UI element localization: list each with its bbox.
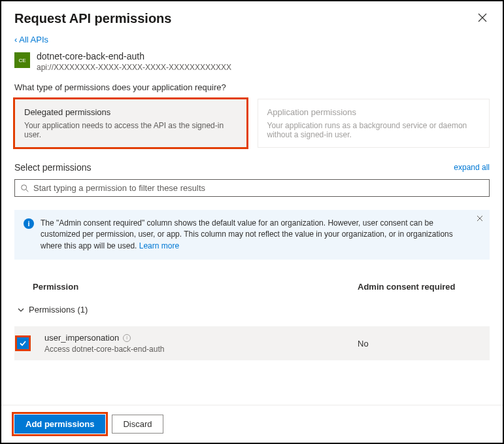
permission-name: user_impersonation bbox=[44, 333, 119, 343]
delegated-title: Delegated permissions bbox=[24, 107, 237, 117]
close-icon bbox=[477, 215, 483, 222]
info-banner: i The "Admin consent required" column sh… bbox=[14, 210, 490, 260]
search-input[interactable] bbox=[33, 183, 484, 193]
svg-point-0 bbox=[22, 184, 27, 190]
permission-type-question: What type of permissions does your appli… bbox=[14, 82, 490, 92]
info-text: The "Admin consent required" column show… bbox=[41, 218, 466, 252]
api-name: dotnet-core-back-end-auth bbox=[37, 51, 231, 61]
api-icon: CE bbox=[14, 52, 30, 68]
application-desc: Your application runs as a background se… bbox=[267, 121, 480, 139]
api-header: CE dotnet-core-back-end-auth api://XXXXX… bbox=[14, 51, 490, 72]
col-permission: Permission bbox=[33, 282, 358, 292]
col-admin-consent: Admin consent required bbox=[358, 282, 488, 292]
permission-checkbox[interactable] bbox=[17, 337, 29, 349]
close-button[interactable] bbox=[475, 10, 490, 27]
info-icon[interactable]: i bbox=[123, 334, 131, 342]
chevron-down-icon bbox=[17, 306, 25, 314]
select-permissions-label: Select permissions bbox=[14, 162, 92, 173]
delegated-permissions-card[interactable]: Delegated permissions Your application n… bbox=[14, 99, 247, 148]
info-icon: i bbox=[24, 218, 34, 229]
back-link-all-apis[interactable]: ‹ All APIs bbox=[14, 35, 48, 44]
table-row: user_impersonation i Access dotnet-core-… bbox=[14, 326, 490, 360]
footer: Add permissions Discard bbox=[1, 405, 503, 443]
api-uri: api://XXXXXXXX-XXXX-XXXX-XXXX-XXXXXXXXXX… bbox=[37, 63, 231, 72]
close-icon bbox=[478, 13, 487, 22]
learn-more-link[interactable]: Learn more bbox=[139, 241, 179, 250]
admin-consent-value: No bbox=[358, 339, 488, 349]
delegated-desc: Your application needs to access the API… bbox=[24, 121, 237, 139]
info-dismiss-button[interactable] bbox=[477, 215, 483, 223]
search-box[interactable] bbox=[14, 179, 490, 197]
svg-line-1 bbox=[26, 189, 29, 192]
permission-description: Access dotnet-core-back-end-auth bbox=[44, 345, 358, 354]
application-permissions-card[interactable]: Application permissions Your application… bbox=[258, 99, 490, 148]
discard-button[interactable]: Discard bbox=[112, 415, 163, 434]
permission-group-toggle[interactable]: Permissions (1) bbox=[14, 298, 490, 321]
application-title: Application permissions bbox=[267, 107, 480, 117]
checkmark-icon bbox=[19, 339, 27, 347]
panel-title: Request API permissions bbox=[14, 11, 171, 26]
group-label: Permissions (1) bbox=[29, 305, 88, 315]
table-header: Permission Admin consent required bbox=[14, 277, 490, 298]
expand-all-link[interactable]: expand all bbox=[454, 163, 490, 172]
search-icon bbox=[20, 184, 29, 193]
add-permissions-button[interactable]: Add permissions bbox=[14, 415, 105, 434]
